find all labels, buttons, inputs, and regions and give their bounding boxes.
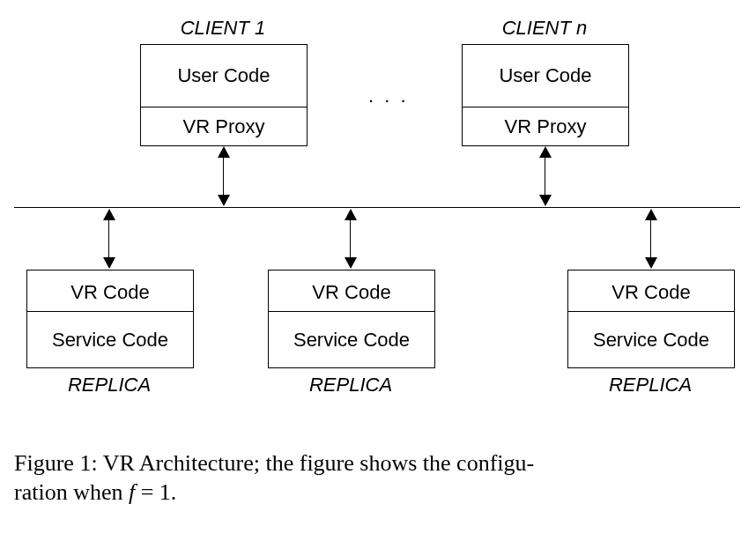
replica1-servicecode: Service Code bbox=[27, 329, 193, 352]
bus-line bbox=[14, 207, 740, 208]
replica3-bus-link bbox=[650, 220, 651, 257]
client1-box: User Code VR Proxy bbox=[140, 44, 308, 146]
clientn-box: User Code VR Proxy bbox=[462, 44, 629, 146]
client1-vrproxy: VR Proxy bbox=[141, 115, 307, 138]
client1-usercode: User Code bbox=[141, 64, 307, 87]
clients-ellipsis: . . . bbox=[368, 85, 409, 107]
clientn-arrow-up bbox=[539, 146, 552, 158]
replica3-vrcode: VR Code bbox=[568, 281, 734, 304]
replica2-box: VR Code Service Code bbox=[268, 270, 435, 368]
figure-caption: Figure 1: VR Architecture; the figure sh… bbox=[14, 449, 744, 507]
replica2-servicecode: Service Code bbox=[269, 329, 434, 352]
replica1-label: REPLICA bbox=[26, 374, 192, 396]
replica3-arrow-down bbox=[645, 257, 657, 269]
clientn-arrow-down bbox=[539, 195, 552, 206]
client1-title: CLIENT 1 bbox=[144, 17, 302, 40]
client1-bus-link bbox=[223, 158, 224, 195]
replica1-arrow-up bbox=[103, 209, 115, 220]
caption-line1: Figure 1: VR Architecture; the figure sh… bbox=[14, 450, 534, 476]
caption-eq: = 1. bbox=[135, 479, 176, 505]
diagram-canvas: CLIENT 1 User Code VR Proxy . . . CLIENT… bbox=[0, 0, 756, 541]
replica1-box: VR Code Service Code bbox=[26, 270, 194, 368]
caption-line2a: ration when bbox=[14, 479, 129, 505]
clientn-title: CLIENT n bbox=[465, 17, 624, 40]
clientn-vrproxy: VR Proxy bbox=[463, 115, 628, 138]
client1-arrow-down bbox=[218, 195, 230, 206]
clientn-usercode: User Code bbox=[463, 64, 628, 87]
replica2-arrow-up bbox=[345, 209, 357, 220]
replica1-bus-link bbox=[108, 220, 109, 257]
replica3-arrow-up bbox=[645, 209, 657, 220]
replica2-label: REPLICA bbox=[268, 374, 434, 396]
client1-arrow-up bbox=[218, 146, 230, 158]
replica3-label: REPLICA bbox=[567, 374, 733, 396]
replica2-vrcode: VR Code bbox=[269, 281, 434, 304]
replica1-arrow-down bbox=[103, 257, 115, 269]
replica3-servicecode: Service Code bbox=[568, 329, 734, 352]
replica1-vrcode: VR Code bbox=[27, 281, 193, 304]
replica2-bus-link bbox=[350, 220, 351, 257]
replica2-arrow-down bbox=[345, 257, 357, 269]
replica3-box: VR Code Service Code bbox=[567, 270, 735, 368]
clientn-bus-link bbox=[545, 158, 545, 195]
